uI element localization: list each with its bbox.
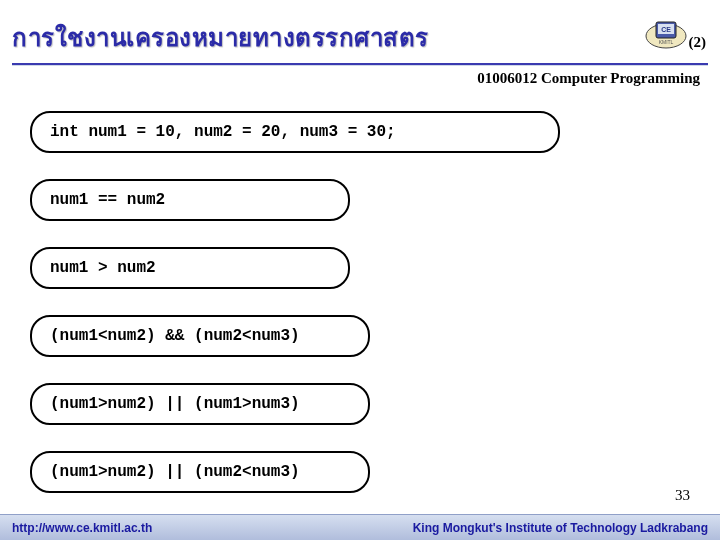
svg-text:KMITL: KMITL — [659, 39, 674, 45]
code-expression-3: (num1<num2) && (num2<num3) — [30, 315, 370, 357]
code-declaration: int num1 = 10, num2 = 20, num3 = 30; — [30, 111, 560, 153]
page-title: การใชงานเครองหมายทางตรรกศาสตร — [12, 18, 708, 57]
header: การใชงานเครองหมายทางตรรกศาสตร 01006012 C… — [0, 0, 720, 87]
ce-kmitl-logo-icon: CE KMITL — [642, 14, 690, 52]
footer-institution: King Mongkut's Institute of Technology L… — [413, 521, 708, 535]
code-expression-5: (num1>num2) || (num2<num3) — [30, 451, 370, 493]
footer: http://www.ce.kmitl.ac.th King Mongkut's… — [0, 514, 720, 540]
code-expression-1: num1 == num2 — [30, 179, 350, 221]
page-number: 33 — [675, 487, 690, 504]
footer-url: http://www.ce.kmitl.ac.th — [12, 521, 152, 535]
code-expression-4: (num1>num2) || (num1>num3) — [30, 383, 370, 425]
code-expression-2: num1 > num2 — [30, 247, 350, 289]
subtitle-row: 01006012 Computer Programming — [12, 66, 708, 87]
course-subtitle: 01006012 Computer Programming — [477, 70, 700, 87]
svg-text:CE: CE — [661, 26, 671, 33]
page-marker-top: (2) — [689, 34, 707, 51]
content-area: int num1 = 10, num2 = 20, num3 = 30; num… — [0, 87, 720, 519]
